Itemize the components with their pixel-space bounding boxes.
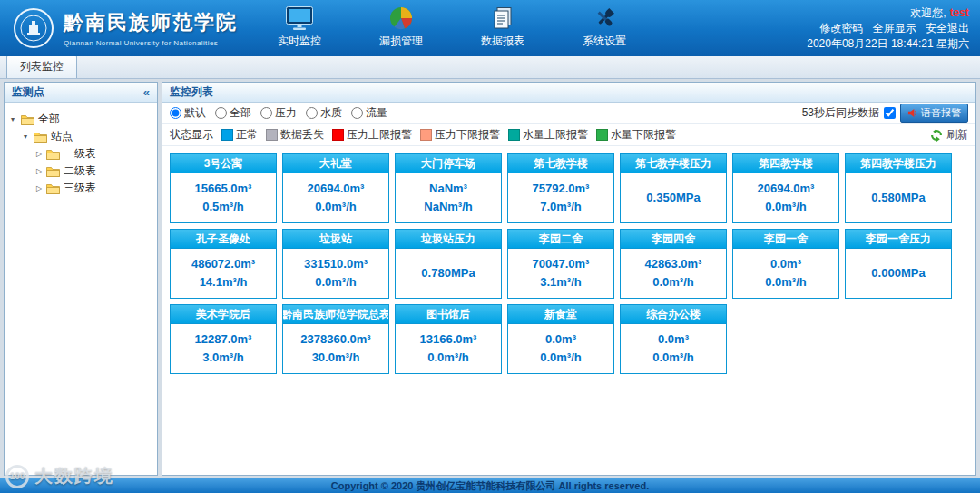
tree-node-label: 站点 bbox=[51, 129, 73, 144]
expand-icon[interactable]: ▾ bbox=[11, 115, 21, 123]
monitor-card[interactable]: 垃圾站压力 0.780MPa bbox=[395, 229, 502, 299]
legend-label: 水量下限报警 bbox=[611, 127, 676, 143]
tree-node-sites[interactable]: ▾ 站点 bbox=[8, 128, 153, 145]
card-body: 15665.0m³ 0.5m³/h bbox=[171, 173, 276, 222]
filter-option[interactable]: 默认 bbox=[170, 105, 206, 121]
monitor-card[interactable]: 第四教学楼压力 0.580MPa bbox=[845, 153, 952, 223]
card-title: 第七教学楼压力 bbox=[621, 154, 726, 173]
filter-option[interactable]: 全部 bbox=[215, 105, 251, 121]
tree-node-meter-level[interactable]: ▷ 二级表 bbox=[8, 163, 153, 180]
monitor-card[interactable]: 黔南民族师范学院总表 2378360.0m³ 30.0m³/h bbox=[282, 304, 389, 374]
card-flow-value: 0.0m³/h bbox=[765, 198, 807, 216]
fullscreen-link[interactable]: 全屏显示 bbox=[873, 22, 916, 35]
refresh-button[interactable]: 刷新 bbox=[930, 127, 968, 143]
card-flow-value: 14.1m³/h bbox=[200, 273, 248, 291]
nav-system-settings[interactable]: 系统设置 bbox=[570, 5, 639, 49]
collapsed-icon[interactable]: ▷ bbox=[36, 167, 46, 175]
card-title: 第四教学楼压力 bbox=[846, 154, 951, 173]
filter-radio[interactable] bbox=[170, 107, 181, 119]
card-total-value: 15665.0m³ bbox=[195, 180, 252, 198]
filter-radio[interactable] bbox=[306, 107, 318, 119]
sync-controls: 53秒后同步数据 语音报警 bbox=[802, 104, 968, 123]
monitor-card[interactable]: 图书馆后 13166.0m³ 0.0m³/h bbox=[395, 304, 502, 374]
legend-label: 正常 bbox=[236, 127, 258, 143]
card-title: 李园一舍压力 bbox=[846, 230, 951, 249]
monitor-card[interactable]: 第七教学楼 75792.0m³ 7.0m³/h bbox=[507, 153, 614, 223]
nav-realtime-monitor[interactable]: 实时监控 bbox=[265, 5, 334, 49]
expand-icon[interactable]: ▾ bbox=[24, 133, 34, 141]
legend-label: 压力下限报警 bbox=[435, 127, 500, 143]
filter-option[interactable]: 压力 bbox=[260, 105, 297, 121]
filter-label: 全部 bbox=[230, 105, 251, 121]
card-title: 垃圾站 bbox=[283, 230, 388, 249]
monitor-card[interactable]: 大礼堂 20694.0m³ 0.0m³/h bbox=[282, 153, 389, 223]
legend-item: 水量上限报警 bbox=[508, 127, 588, 143]
tree-node-all[interactable]: ▾ 全部 bbox=[8, 111, 153, 128]
monitor-card[interactable]: 孔子圣像处 486072.0m³ 14.1m³/h bbox=[170, 229, 277, 299]
monitor-card[interactable]: 综合办公楼 0.0m³ 0.0m³/h bbox=[620, 304, 727, 374]
tree-node-meter-level[interactable]: ▷ 三级表 bbox=[8, 180, 153, 197]
monitor-card[interactable]: 大门停车场 NaNm³ NaNm³/h bbox=[395, 153, 502, 223]
monitor-card[interactable]: 李园二舍 70047.0m³ 3.1m³/h bbox=[507, 229, 614, 299]
app-header: 黔南民族师范学院 Qiannan Normal University for N… bbox=[0, 0, 980, 56]
monitor-card[interactable]: 李园一舍压力 0.000MPa bbox=[845, 229, 952, 299]
card-total-value: 0.000MPa bbox=[871, 264, 925, 282]
nav-leakage-management[interactable]: 漏损管理 bbox=[367, 5, 436, 49]
monitor-card[interactable]: 第四教学楼 20694.0m³ 0.0m³/h bbox=[732, 153, 839, 223]
change-password-link[interactable]: 修改密码 bbox=[819, 22, 863, 35]
card-total-value: 0.780MPa bbox=[421, 264, 475, 282]
card-body: 20694.0m³ 0.0m³/h bbox=[733, 173, 838, 222]
tree-node-meter-level[interactable]: ▷ 一级表 bbox=[8, 145, 153, 163]
legend-color-swatch bbox=[596, 129, 608, 141]
monitor-list-panel: 监控列表 默认 全部 压力 bbox=[162, 82, 976, 476]
content-area: 监测点 « ▾ 全部 ▾ bbox=[0, 79, 980, 478]
filter-label: 默认 bbox=[184, 105, 206, 121]
filter-radio[interactable] bbox=[215, 107, 227, 119]
filter-row: 默认 全部 压力 水质 bbox=[162, 103, 975, 124]
filter-option[interactable]: 水质 bbox=[306, 105, 342, 121]
card-flow-value: 0.0m³/h bbox=[540, 349, 582, 367]
filter-label: 流量 bbox=[366, 105, 387, 121]
card-total-value: 0.580MPa bbox=[871, 189, 925, 207]
monitor-card[interactable]: 美术学院后 12287.0m³ 3.0m³/h bbox=[170, 304, 277, 374]
nav-data-reports[interactable]: 数据报表 bbox=[468, 5, 537, 49]
filter-option[interactable]: 流量 bbox=[351, 105, 387, 121]
user-links: 修改密码 全屏显示 安全退出 bbox=[807, 21, 969, 36]
card-title: 3号公寓 bbox=[171, 154, 276, 173]
monitor-card[interactable]: 3号公寓 15665.0m³ 0.5m³/h bbox=[170, 153, 277, 223]
sync-checkbox[interactable] bbox=[884, 107, 896, 119]
collapse-panel-icon[interactable]: « bbox=[143, 85, 150, 99]
monitor-icon bbox=[286, 5, 313, 32]
card-flow-value: 0.0m³/h bbox=[315, 198, 357, 216]
tab-list-monitor[interactable]: 列表监控 bbox=[6, 54, 77, 78]
sidebar-title: 监测点 bbox=[12, 84, 44, 100]
filter-radio[interactable] bbox=[260, 107, 272, 119]
card-body: 13166.0m³ 0.0m³/h bbox=[396, 324, 501, 373]
card-total-value: NaNm³ bbox=[429, 180, 467, 198]
monitor-card[interactable]: 李园四舍 42863.0m³ 0.0m³/h bbox=[620, 229, 727, 299]
voice-alarm-button[interactable]: 语音报警 bbox=[900, 104, 968, 123]
card-body: NaNm³ NaNm³/h bbox=[396, 173, 501, 222]
card-title: 孔子圣像处 bbox=[171, 230, 276, 249]
card-title: 新食堂 bbox=[508, 305, 613, 324]
status-legend-row: 状态显示 正常 数据丢失 压力上限报警 bbox=[162, 124, 975, 146]
monitor-card[interactable]: 新食堂 0.0m³ 0.0m³/h bbox=[507, 304, 614, 374]
card-body: 0.580MPa bbox=[846, 173, 951, 222]
card-title: 第七教学楼 bbox=[508, 154, 613, 173]
collapsed-icon[interactable]: ▷ bbox=[36, 184, 46, 192]
legend-title: 状态显示 bbox=[170, 127, 213, 143]
card-total-value: 0.0m³ bbox=[658, 330, 689, 349]
logout-link[interactable]: 安全退出 bbox=[926, 22, 969, 35]
card-title: 垃圾站压力 bbox=[396, 230, 501, 249]
card-flow-value: 0.0m³/h bbox=[427, 349, 469, 367]
monitor-card[interactable]: 第七教学楼压力 0.350MPa bbox=[620, 153, 727, 223]
tree-node-label: 一级表 bbox=[64, 146, 96, 162]
monitor-card[interactable]: 垃圾站 331510.0m³ 0.0m³/h bbox=[282, 229, 389, 299]
tree-node-label: 三级表 bbox=[64, 181, 96, 196]
card-title: 图书馆后 bbox=[396, 305, 501, 324]
collapsed-icon[interactable]: ▷ bbox=[36, 150, 46, 158]
speaker-icon bbox=[907, 108, 917, 118]
card-body: 75792.0m³ 7.0m³/h bbox=[508, 173, 613, 222]
monitor-card[interactable]: 李园一舍 0.0m³ 0.0m³/h bbox=[732, 229, 839, 299]
filter-radio[interactable] bbox=[351, 107, 363, 119]
